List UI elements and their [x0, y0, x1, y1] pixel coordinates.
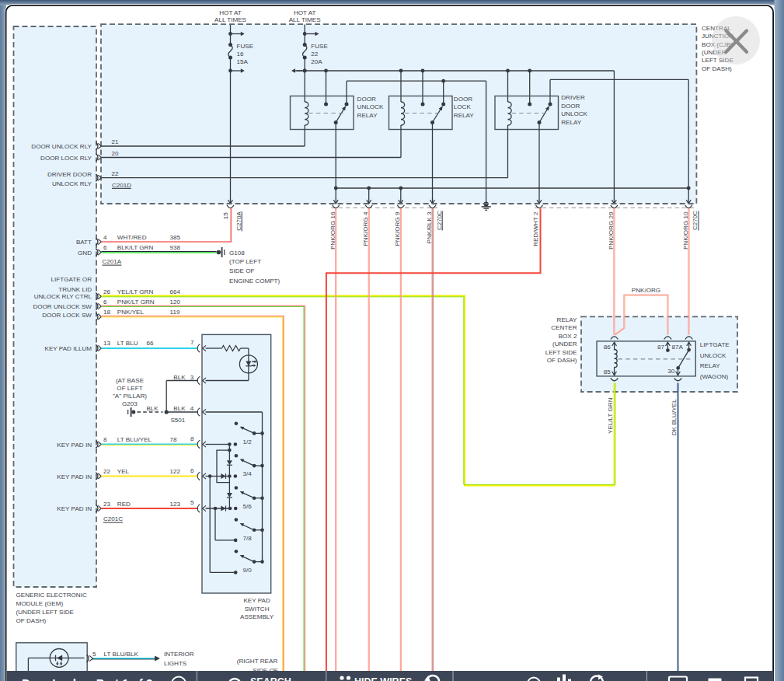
svg-text:78: 78: [170, 436, 178, 443]
svg-text:DOOR UNLOCK SW: DOOR UNLOCK SW: [33, 303, 92, 310]
svg-text:22: 22: [112, 170, 120, 177]
svg-text:CENTER: CENTER: [551, 324, 577, 331]
svg-text:OF DASH): OF DASH): [547, 357, 577, 364]
svg-text:YEL/LT GRN: YEL/LT GRN: [117, 288, 154, 295]
svg-text:23: 23: [103, 501, 111, 508]
svg-text:3/4: 3/4: [243, 470, 253, 477]
svg-text:OF DASH): OF DASH): [16, 617, 47, 624]
svg-text:87: 87: [657, 344, 665, 351]
svg-text:HIDE WIRES: HIDE WIRES: [354, 676, 412, 681]
svg-text:TRUNK LID: TRUNK LID: [58, 286, 92, 293]
svg-text:BLK: BLK: [173, 405, 186, 412]
svg-text:ALL TIMES: ALL TIMES: [289, 16, 322, 23]
svg-text:4: 4: [190, 405, 194, 412]
svg-text:20A: 20A: [311, 58, 322, 65]
svg-text:KEY PAD ILLUM: KEY PAD ILLUM: [45, 345, 92, 352]
svg-text:385: 385: [170, 234, 181, 241]
svg-text:DOOR: DOOR: [561, 103, 580, 110]
svg-text:YEL: YEL: [117, 468, 130, 475]
svg-text:(AT BASE: (AT BASE: [116, 377, 145, 384]
svg-text:4: 4: [103, 234, 107, 241]
svg-text:3: 3: [190, 374, 194, 381]
svg-text:PNK/LT GRN: PNK/LT GRN: [117, 299, 155, 306]
svg-text:SWITCH: SWITCH: [245, 606, 270, 613]
svg-text:LOCK: LOCK: [454, 103, 472, 110]
svg-text:HOT AT: HOT AT: [294, 9, 316, 16]
svg-text:(UNDER: (UNDER: [552, 340, 577, 347]
svg-text:LEFT SIDE: LEFT SIDE: [545, 349, 577, 356]
svg-text:PNK/ORG 10: PNK/ORG 10: [682, 211, 689, 250]
svg-text:15: 15: [222, 212, 229, 220]
svg-text:WHT/RED: WHT/RED: [117, 234, 147, 241]
svg-text:(TOP LEFT: (TOP LEFT: [229, 258, 261, 265]
svg-text:MODULE (GEM): MODULE (GEM): [16, 600, 64, 607]
svg-text:RELAY: RELAY: [561, 119, 582, 126]
svg-text:C201C: C201C: [103, 515, 123, 522]
svg-text:26: 26: [103, 288, 111, 295]
svg-text:938: 938: [170, 244, 181, 251]
svg-text:GND: GND: [78, 250, 92, 257]
svg-text:DOOR LOCK RLY: DOOR LOCK RLY: [40, 155, 92, 162]
svg-text:UNLOCK: UNLOCK: [700, 352, 727, 359]
svg-text:20: 20: [112, 150, 120, 157]
svg-text:DK BLU/YEL: DK BLU/YEL: [671, 399, 678, 435]
svg-text:120: 120: [170, 299, 181, 306]
svg-text:DOOR LOCK SW: DOOR LOCK SW: [42, 312, 92, 319]
svg-text:ASSEMBLY: ASSEMBLY: [240, 613, 274, 620]
svg-text:13: 13: [103, 340, 111, 347]
svg-text:C201A: C201A: [103, 258, 122, 265]
svg-text:PNK/YEL: PNK/YEL: [117, 309, 145, 316]
svg-text:7/8: 7/8: [243, 535, 253, 542]
svg-text:G203: G203: [122, 400, 138, 407]
svg-text:DOOR UNLOCK RLY: DOOR UNLOCK RLY: [31, 143, 92, 150]
svg-text:FUSE: FUSE: [311, 43, 328, 50]
svg-text:C270A: C270A: [235, 211, 242, 230]
svg-text:86: 86: [604, 344, 612, 351]
svg-text:5: 5: [190, 499, 194, 506]
svg-text:KEY PAD IN: KEY PAD IN: [57, 505, 92, 512]
svg-text:(WAGON): (WAGON): [700, 373, 729, 380]
svg-text:RED/WHT 2: RED/WHT 2: [532, 211, 539, 246]
svg-text:(RIGHT REAR: (RIGHT REAR: [237, 658, 278, 665]
svg-text:22: 22: [103, 468, 111, 475]
svg-text:FUSE: FUSE: [237, 43, 254, 50]
svg-text:HOT AT: HOT AT: [219, 9, 242, 16]
svg-text:BATT: BATT: [76, 239, 92, 246]
svg-text:Door Locks - Part 1 of 2: Door Locks - Part 1 of 2: [22, 676, 152, 681]
svg-text:UNLOCK: UNLOCK: [561, 110, 587, 117]
svg-text:UNLOCK RLY CTRL: UNLOCK RLY CTRL: [34, 293, 92, 300]
svg-text:18: 18: [103, 309, 111, 316]
svg-text:87A: 87A: [672, 344, 684, 351]
svg-text:YEL/LT GRN: YEL/LT GRN: [607, 397, 614, 434]
svg-text:OF LEFT: OF LEFT: [117, 385, 142, 392]
svg-text:16: 16: [237, 51, 245, 58]
svg-text:6: 6: [190, 467, 194, 474]
svg-text:85: 85: [604, 368, 612, 375]
svg-text:OF DASH): OF DASH): [702, 65, 732, 72]
svg-text:RELAY: RELAY: [454, 112, 475, 119]
svg-text:BLK: BLK: [146, 405, 159, 412]
svg-text:30: 30: [667, 368, 675, 375]
svg-text:LT BLU/YEL: LT BLU/YEL: [117, 436, 152, 443]
svg-text:G108: G108: [229, 250, 245, 257]
svg-text:RELAY: RELAY: [357, 112, 378, 119]
svg-text:8: 8: [103, 436, 107, 443]
svg-text:RELAY: RELAY: [700, 362, 721, 369]
svg-text:BOX 2: BOX 2: [559, 333, 577, 340]
svg-text:22: 22: [311, 51, 319, 58]
svg-text:66: 66: [147, 340, 155, 347]
svg-text:LT BLU/BLK: LT BLU/BLK: [104, 651, 139, 658]
svg-text:664: 664: [170, 288, 181, 295]
svg-text:21: 21: [112, 138, 120, 145]
svg-text:LIGHTS: LIGHTS: [164, 660, 187, 667]
svg-text:UNLOCK RLY: UNLOCK RLY: [52, 180, 92, 187]
svg-text:PNK/ORG: PNK/ORG: [632, 287, 660, 294]
svg-text:INTERIOR: INTERIOR: [164, 651, 194, 658]
svg-text:LT BLU: LT BLU: [117, 340, 138, 347]
svg-text:6: 6: [103, 244, 107, 251]
svg-text:GENERIC ELECTRONIC: GENERIC ELECTRONIC: [16, 592, 87, 599]
svg-text:BLK/LT GRN: BLK/LT GRN: [117, 244, 154, 251]
svg-text:5/6: 5/6: [243, 503, 253, 510]
svg-text:ENGINE COMPT): ENGINE COMPT): [229, 278, 280, 285]
svg-text:119: 119: [170, 309, 180, 316]
